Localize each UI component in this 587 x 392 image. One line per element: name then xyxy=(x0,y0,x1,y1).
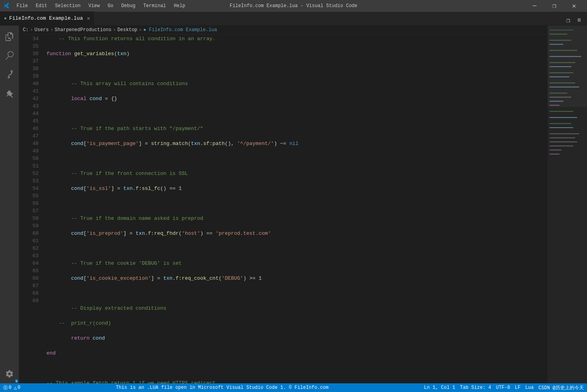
menu-terminal[interactable]: Terminal xyxy=(140,2,169,9)
svg-rect-17 xyxy=(550,111,573,112)
extensions-button[interactable] xyxy=(0,84,19,103)
tab-label: FileInfo.com Example.lua xyxy=(9,15,83,21)
vscode-logo xyxy=(4,2,10,10)
cursor-position[interactable]: Ln 1, Col 1 xyxy=(424,385,455,391)
breadcrumb-users: Users xyxy=(35,27,49,33)
titlebar: File Edit Selection View Go Debug Termin… xyxy=(0,0,587,12)
language-mode[interactable]: Lua xyxy=(525,385,534,391)
titlebar-left: File Edit Selection View Go Debug Termin… xyxy=(4,2,188,10)
svg-rect-27 xyxy=(548,26,587,107)
csdn-label: CSDN @历史上的今天 xyxy=(539,385,584,391)
error-icon: ⓪ xyxy=(3,385,8,391)
breadcrumb-desktop: Desktop xyxy=(117,27,137,33)
svg-rect-24 xyxy=(550,145,573,146)
svg-rect-21 xyxy=(550,133,579,134)
activitybar: 1 xyxy=(0,26,19,383)
menu-edit[interactable]: Edit xyxy=(33,2,50,9)
error-count[interactable]: ⓪ 0 △ 0 xyxy=(3,385,20,391)
tab-size[interactable]: Tab Size: 4 xyxy=(460,385,491,391)
settings-button[interactable]: 1 xyxy=(0,364,19,383)
breadcrumb-sharpened: SharpenedProductions xyxy=(55,27,111,33)
menu-file[interactable]: File xyxy=(13,2,31,9)
line-numbers: 34 35 36 37 38 39 40 41 42 43 44 45 46 4… xyxy=(19,34,43,383)
main-area: 1 C: › Users › SharpenedProductions › De… xyxy=(0,26,587,383)
more-actions-button[interactable]: ≡ xyxy=(574,16,584,25)
tab-fileinfo[interactable]: ● FileInfo.com Example.lua ✕ xyxy=(0,11,95,25)
svg-rect-23 xyxy=(550,141,577,142)
tab-close-button[interactable]: ✕ xyxy=(87,15,90,22)
svg-rect-19 xyxy=(550,123,571,124)
line-endings[interactable]: LF xyxy=(515,385,520,391)
tab-lua-icon: ● xyxy=(4,16,7,21)
maximize-button[interactable]: ❐ xyxy=(545,0,563,12)
svg-rect-26 xyxy=(550,154,559,154)
breadcrumb: C: › Users › SharpenedProductions › Desk… xyxy=(19,26,548,34)
menu-selection[interactable]: Selection xyxy=(52,2,84,9)
svg-rect-25 xyxy=(550,150,561,150)
split-editor-button[interactable]: ❐ xyxy=(563,16,573,25)
svg-rect-18 xyxy=(550,117,577,118)
close-button[interactable]: ✕ xyxy=(565,0,583,12)
search-button[interactable] xyxy=(0,46,19,65)
tabbar-actions: ❐ ≡ xyxy=(560,16,587,25)
tabbar: ● FileInfo.com Example.lua ✕ ❐ ≡ xyxy=(0,12,587,26)
source-control-button[interactable] xyxy=(0,65,19,84)
menu-go[interactable]: Go xyxy=(104,2,116,9)
editor-container: C: › Users › SharpenedProductions › Desk… xyxy=(19,26,587,383)
code-area[interactable]: 34 35 36 37 38 39 40 41 42 43 44 45 46 4… xyxy=(19,34,548,383)
minimap xyxy=(548,26,587,383)
titlebar-menu: File Edit Selection View Go Debug Termin… xyxy=(13,2,188,9)
encoding[interactable]: UTF-8 xyxy=(496,385,510,391)
code-editor[interactable]: -- This function returns all condition i… xyxy=(43,34,548,383)
menu-view[interactable]: View xyxy=(85,2,103,9)
menu-help[interactable]: Help xyxy=(171,2,188,9)
titlebar-right: — ❐ ✕ xyxy=(526,0,583,12)
breadcrumb-c: C: xyxy=(23,27,28,33)
explorer-button[interactable] xyxy=(0,27,19,46)
statusbar-right: Ln 1, Col 1 Tab Size: 4 UTF-8 LF Lua CSD… xyxy=(424,385,584,391)
breadcrumb-file: ● FileInfo.com Example.lua xyxy=(143,27,217,33)
titlebar-title: FileInfo.com Example.lua - Visual Studio… xyxy=(230,3,357,9)
warning-icon: △ xyxy=(14,385,17,391)
statusbar-message: This is an .LUA file open in Microsoft V… xyxy=(24,385,421,390)
statusbar: ⓪ 0 △ 0 This is an .LUA file open in Mic… xyxy=(0,383,587,392)
menu-debug[interactable]: Debug xyxy=(118,2,139,9)
statusbar-left: ⓪ 0 △ 0 xyxy=(3,385,20,391)
svg-rect-22 xyxy=(550,137,575,138)
minimize-button[interactable]: — xyxy=(526,0,544,12)
svg-rect-20 xyxy=(550,127,573,128)
